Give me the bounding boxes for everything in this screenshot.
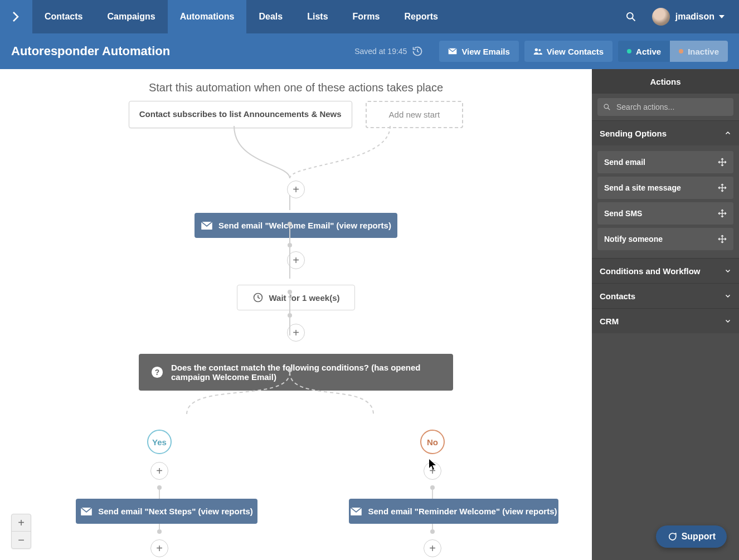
status-dot-inactive-icon bbox=[679, 49, 683, 53]
action-notify-someone[interactable]: Notify someone bbox=[597, 228, 733, 250]
view-contacts-label: View Contacts bbox=[547, 47, 604, 56]
zoom-out-button[interactable]: − bbox=[12, 531, 31, 548]
branch-label-yes[interactable]: Yes bbox=[147, 430, 172, 454]
sidebar-title: Actions bbox=[592, 69, 739, 94]
history-icon bbox=[412, 46, 423, 57]
send-next-steps-label: Send email "Next Steps" (view reports) bbox=[98, 507, 253, 516]
username[interactable]: jmadison bbox=[675, 12, 714, 22]
chevron-up-icon bbox=[725, 130, 731, 137]
chat-icon bbox=[667, 532, 677, 542]
send-next-steps-node[interactable]: Send email "Next Steps" (view reports) bbox=[76, 499, 257, 524]
question-icon: ? bbox=[151, 366, 163, 378]
svg-point-4 bbox=[538, 49, 541, 51]
svg-point-21 bbox=[604, 104, 609, 109]
add-step-button[interactable]: + bbox=[424, 462, 441, 480]
condition-label: Does the contact match the following con… bbox=[171, 363, 441, 382]
chevron-down-icon bbox=[725, 293, 731, 299]
branch-label-no[interactable]: No bbox=[420, 430, 445, 454]
add-step-button[interactable]: + bbox=[150, 462, 168, 480]
user-menu-caret-icon[interactable] bbox=[719, 15, 725, 18]
canvas-title: Start this automation when one of these … bbox=[0, 69, 592, 94]
status-dot-active-icon bbox=[627, 49, 631, 53]
nav-campaigns[interactable]: Campaigns bbox=[95, 0, 167, 33]
view-contacts-button[interactable]: View Contacts bbox=[524, 41, 612, 62]
action-send-sms-label: Send SMS bbox=[604, 209, 642, 218]
send-reminder-node[interactable]: Send email "Reminder Welcome" (view repo… bbox=[349, 499, 558, 524]
section-contacts[interactable]: Contacts bbox=[592, 283, 739, 308]
status-active-button[interactable]: Active bbox=[618, 41, 670, 62]
action-send-email[interactable]: Send email bbox=[597, 151, 733, 173]
nav-lists[interactable]: Lists bbox=[295, 0, 340, 33]
status-inactive-label: Inactive bbox=[688, 47, 719, 56]
global-search-button[interactable] bbox=[620, 6, 642, 28]
status-toggle: Active Inactive bbox=[618, 41, 728, 62]
wait-node[interactable]: Wait for 1 week(s) bbox=[237, 285, 355, 310]
sidebar-search-input[interactable] bbox=[615, 102, 728, 112]
mail-icon bbox=[80, 507, 93, 516]
search-icon bbox=[603, 103, 611, 111]
move-icon bbox=[718, 158, 727, 167]
send-reminder-label: Send email "Reminder Welcome" (view repo… bbox=[368, 507, 557, 516]
chevron-down-icon bbox=[725, 267, 731, 274]
action-send-email-label: Send email bbox=[604, 158, 645, 167]
history-button[interactable] bbox=[411, 45, 424, 57]
send-welcome-email-label: Send email "Welcome Email" (view reports… bbox=[218, 221, 391, 230]
view-emails-button[interactable]: View Emails bbox=[439, 41, 518, 62]
add-step-button[interactable]: + bbox=[287, 251, 305, 269]
automation-header: Autoresponder Automation Saved at 19:45 … bbox=[0, 33, 739, 69]
brand-logo[interactable] bbox=[0, 0, 32, 33]
move-icon bbox=[718, 209, 727, 218]
chevron-down-icon bbox=[725, 318, 731, 324]
nav-reports[interactable]: Reports bbox=[392, 0, 450, 33]
add-start-node[interactable]: Add new start bbox=[366, 101, 464, 128]
sidebar-search-wrap bbox=[592, 94, 739, 120]
move-icon bbox=[718, 183, 727, 192]
avatar[interactable] bbox=[652, 8, 670, 26]
view-emails-label: View Emails bbox=[461, 47, 509, 56]
section-contacts-label: Contacts bbox=[600, 291, 635, 301]
action-send-site-message-label: Send a site message bbox=[604, 183, 681, 192]
mail-icon bbox=[201, 221, 213, 230]
sidebar-search[interactable] bbox=[597, 98, 733, 116]
section-crm[interactable]: CRM bbox=[592, 308, 739, 333]
section-conditions[interactable]: Conditions and Workflow bbox=[592, 258, 739, 283]
support-button[interactable]: Support bbox=[656, 525, 727, 548]
section-sending-options[interactable]: Sending Options bbox=[592, 120, 739, 145]
saved-timestamp: Saved at 19:45 bbox=[354, 47, 407, 56]
yes-branch: Yes + Send email "Next Steps" (view repo… bbox=[76, 430, 243, 557]
people-icon bbox=[533, 47, 542, 55]
mail-icon bbox=[350, 507, 362, 516]
action-send-sms[interactable]: Send SMS bbox=[597, 202, 733, 225]
no-branch: No + Send email "Reminder Welcome" (view… bbox=[349, 430, 516, 557]
actions-sidebar: Actions Sending Options Send email Send … bbox=[592, 69, 739, 560]
chevron-right-icon bbox=[9, 10, 23, 23]
add-step-button[interactable]: + bbox=[287, 181, 305, 198]
add-step-button[interactable]: + bbox=[150, 539, 168, 557]
action-notify-someone-label: Notify someone bbox=[604, 235, 663, 244]
status-inactive-button[interactable]: Inactive bbox=[670, 41, 728, 62]
nav-forms[interactable]: Forms bbox=[341, 0, 392, 33]
search-icon bbox=[625, 11, 636, 22]
status-active-label: Active bbox=[636, 47, 661, 56]
add-step-button[interactable]: + bbox=[424, 539, 441, 557]
automation-canvas[interactable]: Start this automation when one of these … bbox=[0, 69, 592, 560]
svg-point-0 bbox=[627, 13, 633, 19]
zoom-in-button[interactable]: + bbox=[12, 514, 31, 531]
svg-point-3 bbox=[534, 48, 537, 51]
nav-contacts[interactable]: Contacts bbox=[32, 0, 95, 33]
mail-icon bbox=[448, 48, 457, 55]
page-title: Autoresponder Automation bbox=[11, 44, 170, 59]
section-crm-label: CRM bbox=[600, 316, 619, 326]
section-sending-label: Sending Options bbox=[600, 129, 667, 138]
support-label: Support bbox=[682, 532, 716, 542]
svg-line-22 bbox=[608, 108, 610, 110]
move-icon bbox=[718, 235, 727, 244]
condition-node[interactable]: ? Does the contact match the following c… bbox=[139, 354, 453, 391]
send-welcome-email-node[interactable]: Send email "Welcome Email" (view reports… bbox=[195, 213, 397, 238]
zoom-controls: + − bbox=[11, 514, 31, 549]
start-trigger-node[interactable]: Contact subscribes to list Announcements… bbox=[129, 101, 352, 128]
nav-automations[interactable]: Automations bbox=[168, 0, 247, 33]
nav-deals[interactable]: Deals bbox=[246, 0, 295, 33]
action-send-site-message[interactable]: Send a site message bbox=[597, 177, 733, 199]
add-step-button[interactable]: + bbox=[287, 324, 305, 342]
